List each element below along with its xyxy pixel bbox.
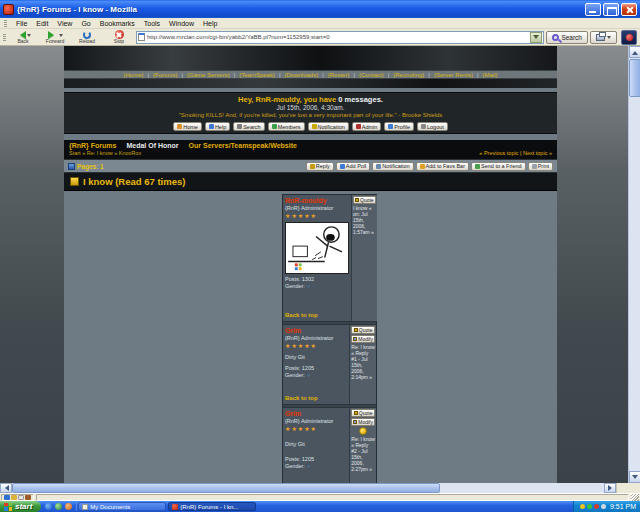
horizontal-scroll-thumb[interactable] <box>12 483 440 493</box>
rank-stars: ★★★★★ <box>285 212 349 220</box>
vertical-scroll-thumb[interactable] <box>629 59 640 97</box>
scrollbar-corner <box>616 483 640 493</box>
nav-recruiting-link[interactable]: {Recruiting} <box>391 72 432 78</box>
menu-help[interactable]: Help <box>203 20 217 27</box>
quick-launch-desktop-icon[interactable] <box>55 503 62 510</box>
profile-button[interactable]: Profile <box>384 122 414 131</box>
notification-button[interactable]: Notification <box>372 162 413 171</box>
horizontal-scrollbar[interactable] <box>0 483 640 493</box>
restore-button[interactable] <box>603 3 619 16</box>
window-titlebar[interactable]: {RnR} Forums - I know - Mozilla <box>0 0 640 18</box>
nav-server-rents-link[interactable]: {Server Rents} <box>432 72 481 78</box>
address-book-icon[interactable] <box>25 495 31 500</box>
poster-name[interactable]: RnR-mouldy <box>285 197 349 205</box>
home-button[interactable]: Home <box>173 122 202 131</box>
nav-downloads-link[interactable]: {Downloads} <box>283 72 326 78</box>
nav-home-link[interactable]: {Home} <box>122 72 152 78</box>
volume-icon[interactable] <box>601 504 606 509</box>
nav-forums-link[interactable]: {Forums} <box>151 72 185 78</box>
breadcrumb-forum-link[interactable]: {RnR} Forums <box>69 142 116 150</box>
poster-name[interactable]: Grim <box>285 327 347 335</box>
quote-button[interactable]: Quote <box>351 409 375 417</box>
rank-stars: ★★★★★ <box>285 425 347 433</box>
url-input[interactable] <box>147 32 528 42</box>
back-to-top-link[interactable]: Back to top <box>285 395 347 402</box>
status-text <box>36 494 629 501</box>
stop-button[interactable]: Stop <box>104 30 134 45</box>
composer-icon[interactable] <box>18 495 24 500</box>
menu-edit[interactable]: Edit <box>36 20 48 27</box>
modify-button[interactable]: Modify <box>351 418 375 426</box>
scroll-down-button[interactable] <box>629 471 640 483</box>
minimize-button[interactable] <box>585 3 601 16</box>
nav-teamspeak-link[interactable]: {TeamSpeak} <box>237 72 282 78</box>
post-row: Grim {RnR} Administrator ★★★★★ Dirty Git… <box>283 408 376 483</box>
forward-button[interactable]: Forward <box>40 30 70 45</box>
random-quote: "Smoking KILLS! And, if you're killed, y… <box>64 112 557 119</box>
tray-shield-icon[interactable] <box>587 504 592 509</box>
back-to-top-link[interactable]: Back to top <box>285 312 349 319</box>
search-button[interactable]: Search <box>546 31 588 44</box>
bookmark-page-icon[interactable] <box>138 33 145 41</box>
reply-button[interactable]: Reply <box>306 162 334 171</box>
toolbar-grippy[interactable] <box>4 20 7 27</box>
taskbar-clock[interactable]: 9:51 PM <box>610 503 636 510</box>
address-bar[interactable] <box>136 31 544 44</box>
menu-bookmarks[interactable]: Bookmarks <box>100 20 135 27</box>
help-button[interactable]: Help <box>205 122 230 131</box>
mail-icon[interactable] <box>11 495 17 500</box>
print-topic-button[interactable]: Print <box>528 162 553 171</box>
menu-tools[interactable]: Tools <box>144 20 160 27</box>
notification-button[interactable]: Notification <box>308 122 349 131</box>
notification-icon <box>312 124 317 129</box>
quote-button[interactable]: Quote <box>351 326 375 334</box>
add-to-favs-button[interactable]: Add to Favs Bar <box>416 162 469 171</box>
print-dropdown-icon[interactable] <box>607 36 611 41</box>
taskbar-task-documents[interactable]: My Documents <box>78 502 166 511</box>
menu-file[interactable]: File <box>16 20 27 27</box>
print-button[interactable] <box>590 31 617 44</box>
current-date: Jul 15th, 2006, 4:30am. <box>64 104 557 112</box>
nav-mail-link[interactable]: {Mail} <box>480 72 499 78</box>
scroll-right-button[interactable] <box>604 483 616 493</box>
tray-status-icon[interactable] <box>594 504 599 509</box>
start-button[interactable]: start <box>0 501 41 512</box>
quick-launch-media-icon[interactable] <box>65 503 72 510</box>
nav-game-servers-link[interactable]: {Game Servers} <box>185 72 237 78</box>
scroll-left-button[interactable] <box>0 483 12 493</box>
search-forum-button[interactable]: Search <box>233 122 264 131</box>
greeting-panel: Hey, RnR-mouldy, you have 0 messages. Ju… <box>64 92 557 134</box>
prev-next-topic-links[interactable]: « Previous topic | Next topic » <box>479 150 552 157</box>
toolbar-grippy[interactable] <box>3 34 6 41</box>
breadcrumb-sub-links[interactable]: Start » Re: I know » KnoxRox <box>69 150 141 157</box>
logout-button[interactable]: Logout <box>417 122 448 131</box>
add-poll-button[interactable]: Add Poll <box>336 162 371 171</box>
taskbar-task-browser[interactable]: {RnR} Forums - I kn... <box>168 502 256 511</box>
tray-alert-icon[interactable] <box>580 504 585 509</box>
menu-go[interactable]: Go <box>81 20 90 27</box>
modify-button[interactable]: Modify <box>351 335 375 343</box>
menu-window[interactable]: Window <box>169 20 194 27</box>
resize-grip[interactable] <box>631 494 639 501</box>
menu-view[interactable]: View <box>57 20 72 27</box>
scroll-up-button[interactable] <box>629 46 640 58</box>
navigator-icon[interactable] <box>4 495 10 500</box>
url-dropdown-button[interactable] <box>530 32 542 43</box>
members-button[interactable]: Members <box>268 122 305 131</box>
nav-roster-link[interactable]: {Roster} <box>326 72 357 78</box>
search-icon <box>552 34 559 41</box>
close-button[interactable] <box>621 3 637 16</box>
breadcrumb-board-link[interactable]: Medal Of Honor <box>126 142 178 150</box>
poster-name[interactable]: Grim <box>285 410 347 418</box>
mozilla-throbber-icon[interactable] <box>621 30 637 45</box>
admin-button[interactable]: Admin <box>352 122 382 131</box>
breadcrumb-topic-link[interactable]: Our Servers/Teamspeak/Website <box>189 142 297 150</box>
reload-button[interactable]: Reload <box>72 30 102 45</box>
greeting-line: Hey, RnR-mouldy, you have 0 messages. <box>64 95 557 104</box>
nav-contact-link[interactable]: {Contact} <box>357 72 391 78</box>
send-to-friend-button[interactable]: Send to a Friend <box>471 162 526 171</box>
vertical-scrollbar[interactable] <box>628 46 640 483</box>
quick-launch-browser-icon[interactable] <box>45 503 52 510</box>
quote-button[interactable]: Quote <box>353 196 376 204</box>
back-button[interactable]: Back <box>8 30 38 45</box>
